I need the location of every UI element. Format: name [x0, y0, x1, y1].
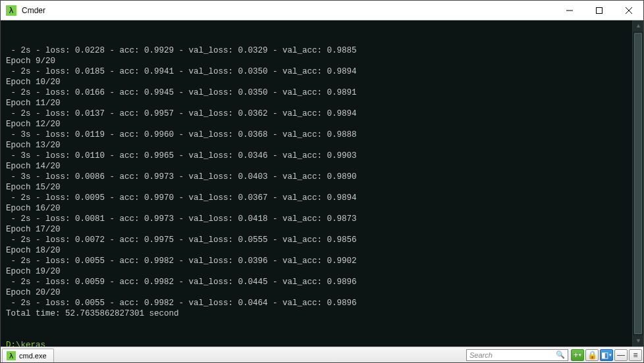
- app-icon: λ: [6, 5, 16, 16]
- lock-button[interactable]: 🔒: [585, 349, 599, 361]
- search-input[interactable]: Search 🔍: [466, 349, 568, 361]
- split-button[interactable]: ◧▾: [600, 349, 613, 361]
- window-title: Cmder: [22, 6, 45, 15]
- statusbar: λ cmd.exe Search 🔍 +▾ 🔒 ◧▾ — ≡: [1, 347, 643, 362]
- search-placeholder: Search: [470, 351, 493, 359]
- tab-icon: λ: [7, 351, 16, 360]
- console-tab[interactable]: λ cmd.exe: [2, 349, 54, 363]
- scroll-up-arrow[interactable]: ▲: [633, 20, 643, 32]
- maximize-button[interactable]: [584, 1, 614, 20]
- tab-label: cmd.exe: [19, 352, 47, 360]
- menu-button[interactable]: ≡: [629, 349, 642, 361]
- vertical-scrollbar[interactable]: ▲ ▼: [632, 20, 643, 347]
- terminal-lines: - 2s - loss: 0.0228 - acc: 0.9929 - val_…: [6, 45, 638, 340]
- scroll-down-arrow[interactable]: ▼: [633, 335, 643, 347]
- minimize-tab-button[interactable]: —: [614, 349, 628, 361]
- scroll-thumb[interactable]: [634, 33, 642, 334]
- svg-rect-1: [596, 7, 602, 13]
- titlebar: λ Cmder: [1, 1, 643, 20]
- new-tab-button[interactable]: +▾: [571, 349, 584, 361]
- close-button[interactable]: [614, 1, 643, 20]
- terminal-output[interactable]: - 2s - loss: 0.0228 - acc: 0.9929 - val_…: [1, 20, 643, 347]
- minimize-button[interactable]: [554, 1, 584, 20]
- search-icon: 🔍: [556, 351, 565, 359]
- prompt-path: D:\keras: [6, 341, 45, 347]
